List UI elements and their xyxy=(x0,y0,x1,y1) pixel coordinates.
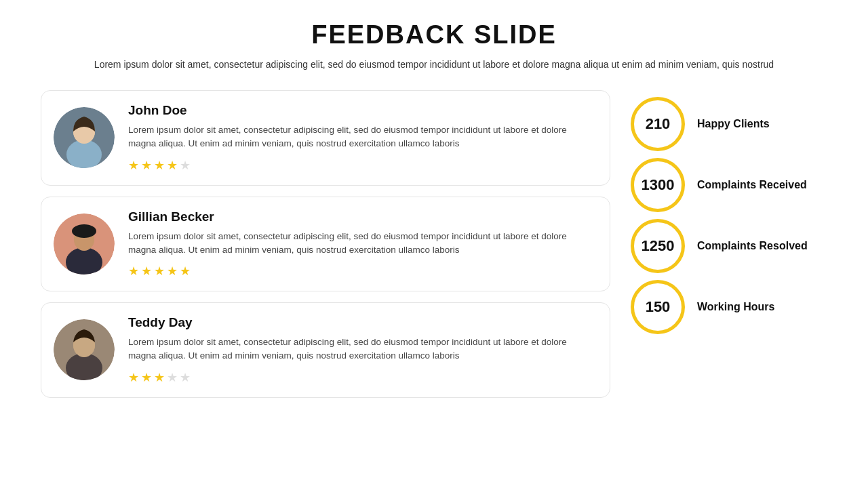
star-0: ★ xyxy=(128,370,139,385)
stat-item: 1250 Complaints Resolved xyxy=(631,219,827,273)
star-rating: ★★★★★ xyxy=(128,370,593,385)
avatar xyxy=(54,214,115,274)
stat-circle: 150 xyxy=(631,280,685,334)
star-4: ★ xyxy=(180,370,191,385)
card-content: Teddy Day Lorem ipsum dolor sit amet, co… xyxy=(128,315,593,385)
main-content: John Doe Lorem ipsum dolor sit amet, con… xyxy=(41,90,827,398)
card-name: Gillian Becker xyxy=(128,209,593,224)
stat-label: Complaints Resolved xyxy=(697,240,808,252)
star-1: ★ xyxy=(141,264,152,279)
card-content: Gillian Becker Lorem ipsum dolor sit ame… xyxy=(128,209,593,279)
feedback-card: Teddy Day Lorem ipsum dolor sit amet, co… xyxy=(41,302,610,398)
star-4: ★ xyxy=(180,158,191,173)
star-4: ★ xyxy=(180,264,191,279)
subtitle: Lorem ipsum dolor sit amet, consectetur … xyxy=(94,59,774,70)
stat-label: Working Hours xyxy=(697,301,774,313)
stat-item: 210 Happy Clients xyxy=(631,97,827,151)
star-0: ★ xyxy=(128,264,139,279)
stat-circle: 1300 xyxy=(631,158,685,212)
feedback-card: Gillian Becker Lorem ipsum dolor sit ame… xyxy=(41,197,610,292)
star-2: ★ xyxy=(154,370,165,385)
page: FEEDBACK SLIDE Lorem ipsum dolor sit ame… xyxy=(0,0,868,488)
star-3: ★ xyxy=(167,264,178,279)
avatar xyxy=(54,107,115,168)
star-2: ★ xyxy=(154,158,165,173)
stat-label: Happy Clients xyxy=(697,118,770,130)
stat-number: 1250 xyxy=(642,237,675,255)
card-text: Lorem ipsum dolor sit amet, consectetur … xyxy=(128,123,593,151)
card-text: Lorem ipsum dolor sit amet, consectetur … xyxy=(128,230,593,258)
svg-point-2 xyxy=(66,140,102,168)
stat-circle: 1250 xyxy=(631,219,685,273)
stat-label: Complaints Received xyxy=(697,179,807,191)
svg-point-8 xyxy=(72,224,96,238)
stat-item: 1300 Complaints Received xyxy=(631,158,827,212)
avatar xyxy=(54,319,115,380)
star-3: ★ xyxy=(167,370,178,385)
feedback-list: John Doe Lorem ipsum dolor sit amet, con… xyxy=(41,90,610,398)
stat-item: 150 Working Hours xyxy=(631,280,827,334)
stat-circle: 210 xyxy=(631,97,685,151)
stats-panel: 210 Happy Clients 1300 Complaints Receiv… xyxy=(631,90,827,334)
stat-number: 210 xyxy=(646,115,671,133)
star-0: ★ xyxy=(128,158,139,173)
star-1: ★ xyxy=(141,370,152,385)
star-rating: ★★★★★ xyxy=(128,158,593,173)
star-rating: ★★★★★ xyxy=(128,264,593,279)
card-name: Teddy Day xyxy=(128,315,593,330)
stat-number: 1300 xyxy=(642,176,675,194)
star-2: ★ xyxy=(154,264,165,279)
stat-number: 150 xyxy=(646,298,671,316)
card-content: John Doe Lorem ipsum dolor sit amet, con… xyxy=(128,103,593,173)
star-1: ★ xyxy=(141,158,152,173)
card-name: John Doe xyxy=(128,103,593,118)
card-text: Lorem ipsum dolor sit amet, consectetur … xyxy=(128,336,593,363)
page-title: FEEDBACK SLIDE xyxy=(311,20,557,49)
feedback-card: John Doe Lorem ipsum dolor sit amet, con… xyxy=(41,90,610,186)
star-3: ★ xyxy=(167,158,178,173)
